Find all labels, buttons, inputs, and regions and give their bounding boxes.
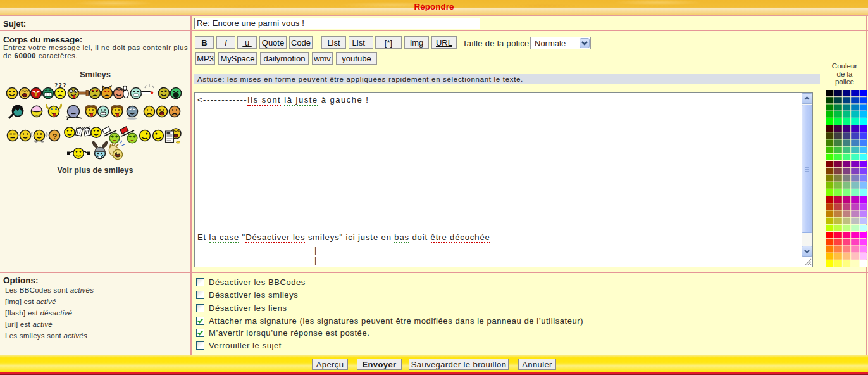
svg-text:?: ?	[53, 132, 58, 141]
svg-text:???: ???	[54, 82, 67, 88]
